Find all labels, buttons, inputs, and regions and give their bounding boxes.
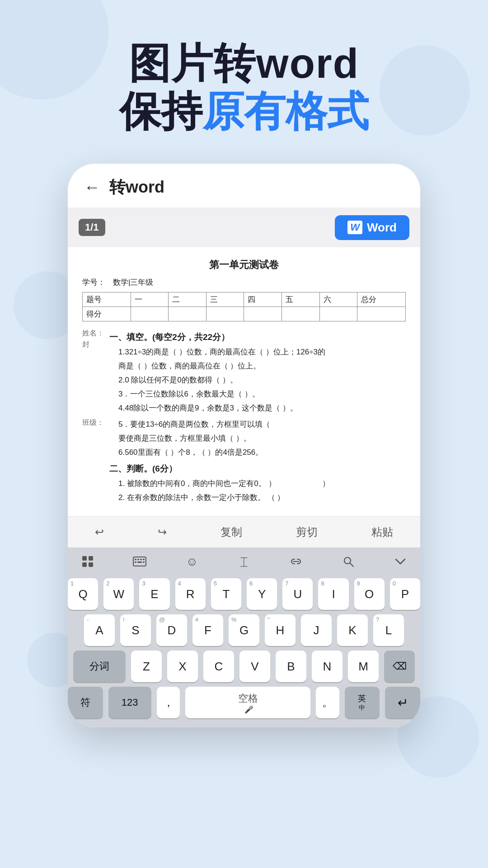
key-U[interactable]: 7U xyxy=(282,578,313,610)
chevron-down-icon[interactable] xyxy=(388,552,413,571)
question-8: 2. 在有余数的除法中，余数一定小于除数。 （ ） xyxy=(118,491,330,504)
question-5: 5．要使13÷6的商是两位数，方框里可以填（ xyxy=(118,418,330,430)
phone-top-bar: ← 转word xyxy=(68,164,420,208)
key-H[interactable]: "H xyxy=(265,614,296,646)
doc-subject-label: 学号： 数学|三年级 xyxy=(82,277,153,288)
headline-line2-before: 保持 xyxy=(119,88,202,134)
word-button-label: Word xyxy=(367,221,397,235)
svg-line-13 xyxy=(350,563,353,567)
key-F[interactable]: #F xyxy=(192,614,223,646)
copy-button[interactable]: 复制 xyxy=(213,523,249,541)
undo-button[interactable]: ↩ xyxy=(88,524,111,540)
key-J[interactable]: J xyxy=(301,614,332,646)
svg-rect-5 xyxy=(135,559,136,560)
section-2-title: 二、判断。(6分） xyxy=(109,463,330,475)
question-2: 2.0 除以任何不是0的数都得（ ）。 xyxy=(118,374,406,386)
question-4: 4.48除以一个数的商是9，余数是3，这个数是（ ）。 xyxy=(118,402,406,414)
key-K[interactable]: K xyxy=(337,614,368,646)
question-5-cont: 要使商是三位数，方框里最小填（ ）。 xyxy=(118,432,330,444)
key-D[interactable]: @D xyxy=(156,614,187,646)
question-1-cont: 商是（ ）位数，商的最高位在（ ）位上。 xyxy=(118,360,406,372)
key-Q[interactable]: 1Q xyxy=(68,578,98,610)
search-icon[interactable] xyxy=(336,552,361,571)
word-icon: W xyxy=(347,221,362,234)
key-A[interactable]: -A xyxy=(84,614,115,646)
name-side-label: 姓名： xyxy=(82,329,105,338)
key-W[interactable]: 2W xyxy=(103,578,134,610)
key-symbol[interactable]: 符 xyxy=(68,687,103,718)
key-enter[interactable]: ↵ xyxy=(385,687,420,718)
key-V[interactable]: V xyxy=(239,651,270,682)
back-button[interactable]: ← xyxy=(84,178,100,197)
key-G[interactable]: %G xyxy=(229,614,259,646)
key-X[interactable]: X xyxy=(167,651,198,682)
key-B[interactable]: B xyxy=(276,651,306,682)
key-I[interactable]: 8I xyxy=(318,578,348,610)
key-S[interactable]: !S xyxy=(120,614,151,646)
page-badge: 1/1 xyxy=(79,219,105,236)
key-Y[interactable]: 6Y xyxy=(247,578,277,610)
svg-rect-6 xyxy=(137,559,139,560)
key-C[interactable]: C xyxy=(203,651,234,682)
redo-button[interactable]: ↪ xyxy=(150,524,174,540)
word-export-button[interactable]: W Word xyxy=(335,215,409,240)
svg-rect-3 xyxy=(89,562,93,567)
key-period[interactable]: 。 xyxy=(316,687,339,718)
question-3: 3．一个三位数除以6，余数最大是（ ）。 xyxy=(118,388,406,400)
key-Z[interactable]: Z xyxy=(131,651,162,682)
headline-line2-highlight: 原有格式 xyxy=(202,88,369,134)
key-delete[interactable]: ⌫ xyxy=(384,651,415,682)
key-L[interactable]: ?L xyxy=(373,614,404,646)
cut-button[interactable]: 剪切 xyxy=(289,523,325,541)
svg-rect-8 xyxy=(143,559,145,560)
keyboard-row-1: 1Q 2W 3E 4R 5T 6Y 7U 8I 9O 0P xyxy=(68,578,420,610)
keyboard-row-2: -A !S @D #F %G "H J K ?L xyxy=(68,614,420,646)
key-space[interactable]: 空格 🎤 xyxy=(185,687,310,718)
seal-label: 封 xyxy=(82,340,105,349)
svg-rect-10 xyxy=(137,561,142,563)
phone-mockup: ← 转word 1/1 W Word 第一单元测试卷 学号： 数学|三年级 题号… xyxy=(68,164,420,728)
question-1: 1.321÷3的商是（ ）位数，商的最高位在（ ）位上；126÷3的 xyxy=(118,346,406,358)
svg-rect-11 xyxy=(143,561,145,563)
class-side-label: 班级： xyxy=(82,418,105,428)
link-icon[interactable] xyxy=(283,552,309,571)
key-M[interactable]: M xyxy=(348,651,379,682)
svg-rect-1 xyxy=(89,556,93,561)
key-R[interactable]: 4R xyxy=(175,578,206,610)
key-E[interactable]: 3E xyxy=(139,578,169,610)
keyboard-row-3: 分词 Z X C V B N M ⌫ xyxy=(68,651,420,682)
section-1-title: 一、填空。(每空2分，共22分） xyxy=(109,331,406,343)
emoji-icon[interactable]: ☺ xyxy=(179,552,205,571)
key-123[interactable]: 123 xyxy=(108,687,151,718)
svg-rect-9 xyxy=(135,561,136,563)
svg-rect-2 xyxy=(82,562,87,567)
key-fenci[interactable]: 分词 xyxy=(73,651,126,682)
key-P[interactable]: 0P xyxy=(390,578,420,610)
keyboard-toolbar: ☺ ⌶ xyxy=(68,547,420,576)
question-7: 1. 被除数的中间有0，商的中间也一定有0。 ） ） xyxy=(118,477,330,490)
doc-toolbar: 1/1 W Word xyxy=(68,208,420,247)
paste-button[interactable]: 粘贴 xyxy=(364,523,400,541)
grid-icon[interactable] xyxy=(75,552,100,571)
keyboard-icon[interactable] xyxy=(127,552,152,571)
svg-rect-0 xyxy=(82,556,87,561)
key-lang[interactable]: 英中 xyxy=(345,687,380,718)
document-content: 第一单元测试卷 学号： 数学|三年级 题号 一 二 三 四 五 六 总分 得分 xyxy=(68,247,420,517)
doc-table: 题号 一 二 三 四 五 六 总分 得分 xyxy=(82,292,406,321)
doc-title: 第一单元测试卷 xyxy=(82,258,406,272)
keyboard-row-4: 符 123 ， 空格 🎤 。 英中 ↵ xyxy=(68,687,420,718)
keyboard: 1Q 2W 3E 4R 5T 6Y 7U 8I 9O 0P -A !S @D #… xyxy=(68,576,420,727)
key-N[interactable]: N xyxy=(312,651,343,682)
edit-toolbar: ↩ ↪ 复制 剪切 粘贴 xyxy=(68,516,420,547)
cursor-icon[interactable]: ⌶ xyxy=(231,552,257,571)
key-T[interactable]: 5T xyxy=(211,578,241,610)
question-6: 6.560里面有（ ）个8，（ ）的4倍是256。 xyxy=(118,446,330,458)
key-O[interactable]: 9O xyxy=(354,578,385,610)
key-comma[interactable]: ， xyxy=(157,687,180,718)
screen-title: 转word xyxy=(109,176,164,198)
svg-rect-7 xyxy=(140,559,142,560)
